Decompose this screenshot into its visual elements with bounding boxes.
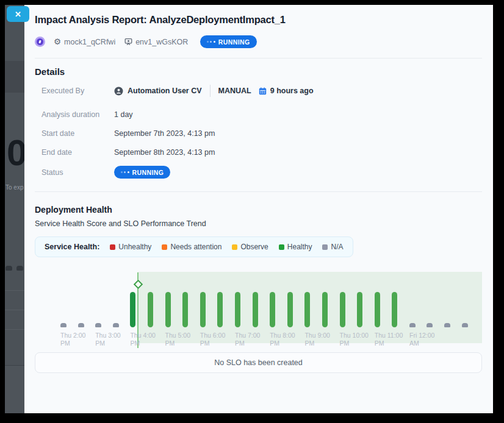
detail-label: Analysis duration bbox=[41, 110, 114, 119]
health-bar-thu-9-30-pm[interactable] bbox=[322, 292, 328, 327]
close-button[interactable]: ✕ bbox=[7, 6, 29, 22]
detail-row-analysis-duration: Analysis duration 1 day bbox=[35, 109, 482, 120]
health-bar-thu-3-30-pm[interactable] bbox=[113, 323, 119, 327]
status-badge: RUNNING bbox=[114, 166, 170, 179]
health-bar-fri-12-30-am[interactable] bbox=[427, 323, 433, 327]
health-bar-thu-2-30-pm[interactable] bbox=[78, 323, 84, 327]
legend-item-na: N/A bbox=[322, 243, 343, 251]
monitored-service-chip[interactable]: ⚙ mock1_qCRfwi bbox=[54, 38, 115, 46]
health-bar-thu-10-00-pm[interactable] bbox=[340, 292, 345, 327]
section-divider bbox=[35, 191, 482, 192]
detail-row-executed-by: Executed By Automation User CV MANUAL bbox=[35, 85, 482, 97]
slo-empty-message: No SLO has been created bbox=[214, 358, 303, 367]
health-bar-thu-11-30-pm[interactable] bbox=[392, 292, 397, 327]
background-row-divider bbox=[5, 290, 24, 291]
deployment-health-heading: Deployment Health bbox=[35, 205, 482, 215]
health-bar-thu-6-30-pm[interactable] bbox=[217, 292, 223, 327]
health-bar-thu-4-30-pm[interactable] bbox=[148, 292, 153, 327]
x-axis-label: Thu 4:00PM bbox=[130, 332, 155, 348]
x-axis-label: Fri 12:00AM bbox=[409, 332, 434, 348]
environment-name: env1_wGsKOR bbox=[135, 38, 188, 46]
health-bar-thu-11-00-pm[interactable] bbox=[375, 292, 380, 327]
x-axis-label: Thu 2:00PM bbox=[60, 332, 85, 348]
details-heading: Details bbox=[35, 66, 482, 77]
legend-item-observe: Observe bbox=[232, 243, 268, 251]
background-tab-stub bbox=[16, 266, 23, 271]
background-header-band bbox=[5, 61, 24, 93]
health-bar-thu-10-30-pm[interactable] bbox=[357, 292, 362, 327]
health-bar-thu-8-00-pm[interactable] bbox=[270, 292, 275, 327]
health-bar-thu-3-00-pm[interactable] bbox=[95, 323, 101, 327]
x-axis-label: Thu 7:00PM bbox=[235, 332, 260, 348]
vertical-divider bbox=[210, 85, 211, 97]
health-bar-fri-1-00-am[interactable] bbox=[444, 323, 450, 327]
background-footer bbox=[5, 365, 24, 413]
detail-label: Executed By bbox=[41, 87, 114, 95]
chart-subtitle: Service Health Score and SLO Performance… bbox=[35, 219, 482, 228]
detail-label: End date bbox=[41, 148, 114, 157]
executed-time-ago: 9 hours ago bbox=[270, 87, 314, 95]
user-icon bbox=[114, 87, 123, 96]
observe-swatch-icon bbox=[232, 244, 237, 250]
detail-label: Status bbox=[41, 168, 114, 177]
executed-by-user: Automation User CV bbox=[128, 87, 202, 95]
x-axis-label: Thu 3:00PM bbox=[95, 332, 120, 348]
environment-icon bbox=[124, 38, 132, 46]
background-row-divider bbox=[5, 310, 24, 310]
impact-analysis-report-drawer: Impact Analysis Report: AnalyzeDeploymen… bbox=[24, 5, 493, 413]
detail-row-end-date: End date September 8th 2023, 4:13 pm bbox=[35, 147, 482, 158]
close-icon: ✕ bbox=[15, 10, 21, 19]
gear-icon: ⚙ bbox=[54, 38, 61, 46]
x-axis-label: Thu 10:00PM bbox=[340, 332, 369, 348]
health-bar-thu-6-00-pm[interactable] bbox=[200, 292, 206, 327]
detail-row-start-date: Start date September 7th 2023, 4:13 pm bbox=[35, 128, 482, 139]
start-date-value: September 7th 2023, 4:13 pm bbox=[114, 129, 215, 138]
health-bar-thu-8-30-pm[interactable] bbox=[287, 292, 293, 327]
legend-item-needs-attention: Needs attention bbox=[162, 243, 221, 251]
health-bar-thu-5-30-pm[interactable] bbox=[182, 292, 188, 327]
health-bar-fri-12-00-am[interactable] bbox=[409, 323, 416, 327]
analysis-duration-value: 1 day bbox=[114, 110, 133, 119]
x-axis-label: Thu 9:00PM bbox=[304, 332, 329, 348]
legend-item-healthy: Healthy bbox=[279, 243, 312, 251]
status-badge: RUNNING bbox=[200, 35, 256, 48]
x-axis-label: Thu 5:00PM bbox=[165, 332, 190, 348]
running-dots-icon bbox=[121, 171, 129, 173]
na-swatch-icon bbox=[322, 244, 328, 250]
header-divider bbox=[35, 58, 482, 59]
monitored-service-name: mock1_qCRfwi bbox=[64, 38, 115, 46]
unhealthy-swatch-icon bbox=[110, 244, 115, 250]
impact-analysis-avatar-icon bbox=[35, 37, 45, 47]
service-health-legend: Service Health: Unhealthy Needs attentio… bbox=[35, 236, 353, 257]
health-bar-thu-9-00-pm[interactable] bbox=[304, 292, 310, 327]
legend-item-unhealthy: Unhealthy bbox=[110, 243, 151, 251]
background-page: 0 To exp bbox=[5, 5, 24, 413]
x-axis-label: Thu 8:00PM bbox=[270, 332, 295, 348]
legend-title: Service Health: bbox=[45, 243, 99, 251]
healthy-swatch-icon bbox=[279, 244, 284, 250]
health-bar-thu-2-00-pm[interactable] bbox=[60, 323, 67, 327]
background-row-divider bbox=[5, 329, 24, 330]
background-text-snippet: To exp bbox=[5, 184, 23, 191]
background-tab-stub bbox=[5, 266, 12, 271]
x-axis-label: Thu 11:00PM bbox=[375, 332, 403, 348]
environment-chip[interactable]: env1_wGsKOR bbox=[124, 38, 188, 46]
service-health-chart: Thu 2:00PMThu 3:00PMThu 4:00PMThu 5:00PM… bbox=[35, 265, 482, 349]
x-axis-label: Thu 6:00PM bbox=[200, 332, 225, 348]
detail-row-status: Status RUNNING bbox=[35, 166, 482, 179]
report-title: Impact Analysis Report: AnalyzeDeploymen… bbox=[35, 13, 482, 26]
health-bar-fri-1-30-am[interactable] bbox=[462, 323, 468, 327]
needs-attention-swatch-icon bbox=[162, 244, 167, 250]
health-bar-thu-7-00-pm[interactable] bbox=[235, 292, 240, 327]
chart-bars bbox=[59, 292, 478, 327]
health-bar-thu-5-00-pm[interactable] bbox=[165, 292, 171, 327]
detail-label: Start date bbox=[41, 129, 114, 138]
background-count: 0 bbox=[7, 132, 24, 174]
health-bar-thu-7-30-pm[interactable] bbox=[253, 292, 258, 327]
end-date-value: September 8th 2023, 4:13 pm bbox=[114, 148, 215, 157]
health-bar-thu-4-00-pm[interactable] bbox=[130, 292, 135, 327]
slo-empty-state: No SLO has been created bbox=[35, 352, 482, 373]
running-dots-icon bbox=[207, 41, 215, 43]
calendar-icon bbox=[259, 87, 267, 95]
report-meta-row: ⚙ mock1_qCRfwi env1_wGsKOR RUNNING bbox=[35, 35, 482, 48]
